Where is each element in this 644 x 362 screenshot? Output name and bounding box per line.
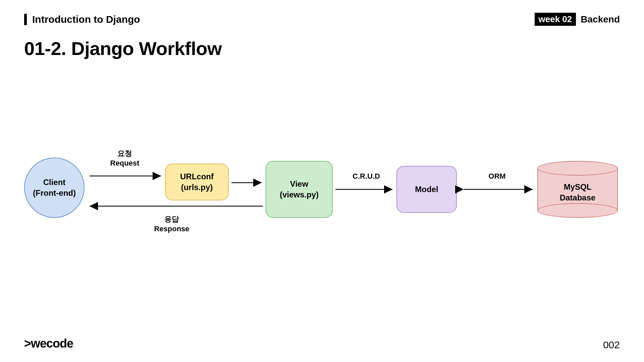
arrows-svg bbox=[24, 147, 621, 248]
page-number: 002 bbox=[603, 339, 620, 351]
logo: >wecode bbox=[24, 337, 73, 351]
header-right: week 02 Backend bbox=[535, 13, 620, 26]
section-title: Introduction to Django bbox=[32, 14, 140, 25]
slide: Introduction to Django week 02 Backend 0… bbox=[0, 0, 644, 362]
header-left: Introduction to Django bbox=[24, 14, 140, 25]
track-label: Backend bbox=[581, 14, 620, 25]
section-bar-icon bbox=[24, 14, 27, 25]
header: Introduction to Django week 02 Backend bbox=[24, 13, 620, 26]
week-badge: week 02 bbox=[535, 13, 576, 26]
page-title: 01-2. Django Workflow bbox=[24, 38, 222, 59]
